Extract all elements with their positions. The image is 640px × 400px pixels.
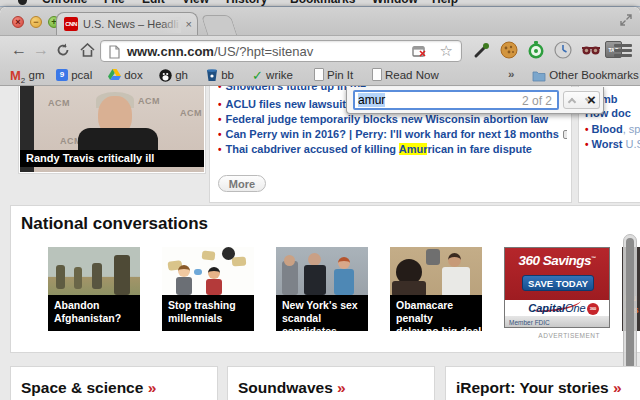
- fullscreen-icon[interactable]: [620, 14, 632, 26]
- tile-caption: Stop trashingmillennials: [162, 295, 254, 331]
- forward-button[interactable]: →: [30, 39, 52, 61]
- bookmarks-overflow-chevron[interactable]: »: [508, 68, 514, 84]
- scrollbar-thumb[interactable]: [626, 238, 634, 369]
- backdrop-text: ACM: [48, 98, 70, 108]
- headline-link-match[interactable]: •Thai cabdriver accused of killing Amurr…: [218, 143, 567, 155]
- speech-bubble: [232, 256, 247, 266]
- menu-file[interactable]: File: [104, 0, 125, 6]
- timer-extension-icon[interactable]: [527, 41, 546, 60]
- window-minimize-button[interactable]: −: [30, 16, 42, 28]
- backdrop-text: ACM: [180, 108, 202, 118]
- bookmark-label: Read Now: [385, 69, 439, 81]
- address-bar[interactable]: www.cnn.com/US/?hpt=sitenav ☆: [100, 40, 462, 62]
- bookmark-pcal[interactable]: 9 pcal: [56, 68, 92, 84]
- calendar-icon: 9: [56, 69, 68, 81]
- bookmark-gh[interactable]: gh: [159, 68, 188, 84]
- new-tab-button[interactable]: [201, 15, 237, 35]
- url-domain: www.cnn.com: [127, 44, 214, 59]
- find-match-highlight: Amur: [399, 143, 428, 155]
- conversation-tile-scandal[interactable]: New York's sexscandal candidates: [276, 247, 368, 331]
- reload-button[interactable]: [52, 39, 74, 61]
- bookmark-read-now[interactable]: Read Now: [372, 68, 439, 84]
- national-conversations-module: National conversations AbandonAfghanista…: [10, 205, 640, 353]
- bullet-icon: •: [218, 144, 222, 155]
- tile-caption: Obamacare penaltydelay no big deal: [390, 295, 482, 331]
- tab-close-icon[interactable]: ×: [186, 18, 192, 31]
- mac-menu-bar: Chrome File Edit View History Bookmarks …: [0, 0, 640, 7]
- top-story-card[interactable]: ACM ACM ACM ACM Randy Travis critically …: [18, 86, 206, 174]
- cartoon-head: [222, 247, 235, 260]
- photo-figure: [304, 265, 326, 295]
- tab-us-news[interactable]: CNN U.S. News – Headlines, Sto ×: [56, 12, 198, 35]
- photo-figure: [338, 257, 350, 269]
- cnn-favicon: CNN: [64, 17, 78, 31]
- back-button[interactable]: ←: [8, 39, 30, 61]
- capital-one-ad[interactable]: 360 Savings™ SAVE TODAY CapitalOne 360 M…: [504, 247, 610, 328]
- tile-caption: AbandonAfghanistan?: [48, 295, 140, 331]
- menu-edit[interactable]: Edit: [142, 0, 165, 6]
- folder-icon: [532, 70, 546, 82]
- other-bookmarks-label: Other Bookmarks: [549, 69, 638, 81]
- ad-cta-button[interactable]: SAVE TODAY: [522, 275, 594, 291]
- conversation-tile-millennials[interactable]: Stop trashingmillennials: [162, 247, 254, 331]
- glasses-extension-icon[interactable]: [581, 41, 600, 60]
- member-fdic-label: Member FDIC: [509, 319, 550, 326]
- scrollbar-track[interactable]: [623, 234, 637, 378]
- ad-headline: 360 Savings™: [505, 253, 609, 268]
- other-bookmarks-folder[interactable]: Other Bookmarks: [532, 68, 639, 84]
- gmail-badge: 2: [21, 76, 25, 85]
- chevron-right-icon: »: [337, 379, 346, 396]
- photo-figure: [284, 255, 295, 266]
- section-soundwaves[interactable]: Soundwaves »: [227, 366, 435, 400]
- photo-detail: [426, 249, 440, 265]
- bookmark-star-icon[interactable]: ☆: [440, 42, 453, 60]
- home-button[interactable]: [76, 39, 98, 61]
- menu-view[interactable]: View: [182, 0, 209, 6]
- conversation-tile-obamacare[interactable]: Obamacare penaltydelay no big deal: [390, 247, 482, 331]
- bullet-icon: •: [585, 139, 589, 150]
- bookmark-label: dox: [124, 69, 143, 81]
- bookmark-dox[interactable]: dox: [108, 68, 143, 84]
- menu-chrome[interactable]: Chrome: [42, 0, 87, 6]
- menu-history[interactable]: History: [226, 0, 267, 6]
- eyedropper-extension-icon[interactable]: [473, 41, 492, 60]
- cartoon-detail: [194, 269, 202, 275]
- headline-link[interactable]: •Can Perry win in 2016? | Perry: I'll wo…: [218, 128, 567, 140]
- bookmark-gmail[interactable]: M2 gm: [10, 68, 44, 84]
- find-input[interactable]: amur 2 of 2: [353, 90, 559, 110]
- cartoon-body: [206, 279, 222, 295]
- headline-link[interactable]: •Federal judge temporarily blocks new Wi…: [218, 113, 567, 125]
- url-text[interactable]: www.cnn.com/US/?hpt=sitenav: [127, 44, 313, 59]
- window-close-button[interactable]: ×: [12, 16, 24, 28]
- menu-help[interactable]: Help: [432, 0, 458, 6]
- menu-bookmarks[interactable]: Bookmarks: [290, 0, 355, 6]
- ad-footer: Member FDIC: [505, 316, 609, 327]
- apple-menu-icon[interactable]: [18, 0, 27, 5]
- tab-title-fade: [161, 17, 181, 33]
- more-button[interactable]: More: [218, 175, 266, 192]
- bookmark-pin-it[interactable]: Pin It: [314, 68, 353, 84]
- page-viewport: ACM ACM ACM ACM Randy Travis critically …: [0, 86, 640, 400]
- clock-extension-icon[interactable]: [554, 41, 573, 60]
- bookmark-wrike[interactable]: ✓ wrike: [252, 68, 293, 84]
- right-headline[interactable]: •Worst U.S: [585, 138, 640, 150]
- url-path: /US/?hpt=sitenav: [214, 44, 313, 59]
- section-space-science[interactable]: Space & science »: [10, 366, 218, 400]
- section-ireport[interactable]: iReport: Your stories »: [445, 366, 640, 400]
- bookmark-bb[interactable]: bb: [206, 68, 234, 84]
- photo-figure: [114, 255, 130, 295]
- video-icon: [563, 130, 567, 139]
- photo-figure: [74, 267, 82, 289]
- gmail-icon: M: [10, 68, 21, 83]
- chrome-menu-icon[interactable]: [614, 44, 632, 59]
- ad-360-badge: 360: [587, 303, 599, 315]
- popup-blocked-icon[interactable]: [412, 46, 427, 58]
- conversation-tile-afghanistan[interactable]: AbandonAfghanistan?: [48, 247, 140, 331]
- cookie-extension-icon[interactable]: [500, 41, 519, 60]
- bullet-icon: •: [585, 124, 589, 135]
- bookmark-label: Pin It: [327, 69, 353, 81]
- top-story-caption[interactable]: Randy Travis critically ill: [20, 150, 204, 167]
- right-headline[interactable]: •Blood, sp: [585, 123, 640, 135]
- menu-window[interactable]: Window: [372, 0, 418, 6]
- find-previous-button[interactable]: [563, 91, 582, 109]
